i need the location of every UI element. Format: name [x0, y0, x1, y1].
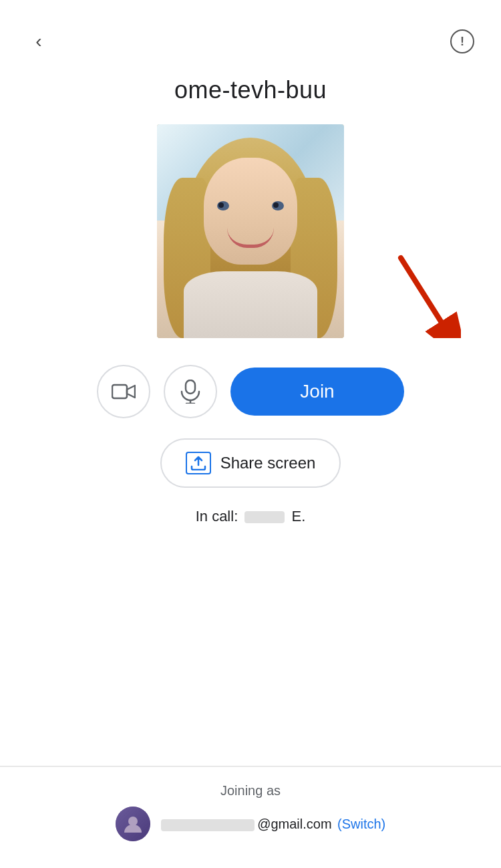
camera-icon [112, 382, 136, 401]
meeting-code-title: ome-tevh-buu [0, 76, 501, 104]
info-icon: ! [450, 29, 474, 53]
controls-row: Join [0, 365, 501, 418]
upload-icon [190, 456, 206, 470]
page: ‹ ! ome-tevh-buu [0, 0, 501, 868]
right-eye [272, 201, 284, 210]
account-row: @gmail.com (Switch) [116, 807, 386, 841]
in-call-name-blur [244, 511, 285, 523]
mic-button[interactable] [164, 365, 217, 418]
avatar-person-icon [123, 814, 143, 834]
avatar-face [157, 124, 344, 338]
joining-as-label: Joining as [220, 783, 281, 799]
share-screen-label: Share screen [220, 454, 316, 472]
switch-button[interactable]: (Switch) [337, 817, 385, 831]
arrow-annotation [394, 251, 461, 338]
top-bar: ‹ ! [0, 0, 501, 69]
camera-button[interactable] [97, 365, 150, 418]
left-eye [217, 201, 229, 210]
in-call-suffix: E. [292, 508, 306, 525]
exclamation-icon: ! [460, 35, 464, 49]
back-icon: ‹ [35, 31, 41, 52]
smile-decoration [227, 228, 274, 248]
email-blur [161, 819, 255, 831]
back-button[interactable]: ‹ [24, 27, 53, 56]
account-avatar [116, 807, 150, 841]
bottom-bar: Joining as @gmail.com (Switch) [0, 767, 501, 868]
svg-point-6 [128, 817, 138, 826]
shirt-decoration [184, 271, 317, 338]
email-suffix: @gmail.com [257, 817, 331, 831]
user-preview [157, 124, 344, 338]
in-call-section: In call: E. [0, 508, 501, 525]
mic-icon [180, 380, 200, 404]
share-screen-icon [186, 452, 211, 474]
svg-rect-3 [186, 380, 195, 394]
avatar-container [0, 124, 501, 338]
share-screen-button[interactable]: Share screen [160, 438, 341, 488]
in-call-prefix: In call: [196, 508, 238, 525]
svg-rect-2 [112, 385, 127, 398]
svg-line-1 [401, 258, 441, 321]
avatar-inner [116, 807, 150, 841]
face-decoration [204, 158, 297, 265]
join-button[interactable]: Join [230, 368, 404, 416]
eyes-decoration [217, 201, 284, 210]
account-email-row: @gmail.com (Switch) [161, 817, 386, 832]
info-button[interactable]: ! [448, 27, 477, 56]
